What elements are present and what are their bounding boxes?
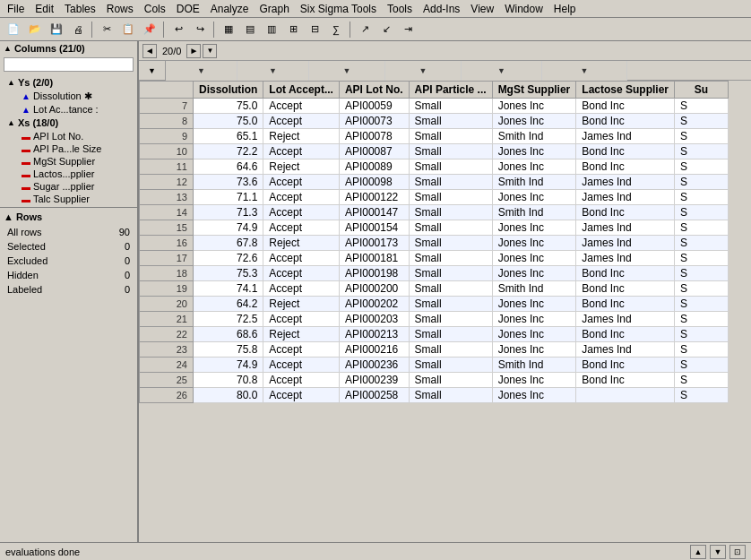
nav-next[interactable]: ► bbox=[186, 44, 201, 58]
table-cell[interactable]: Small bbox=[409, 220, 492, 236]
table-cell[interactable]: Jones Inc bbox=[492, 236, 576, 251]
col-header-api-particle[interactable]: API Particle ... bbox=[409, 82, 492, 99]
table-cell[interactable]: 22 bbox=[140, 327, 194, 342]
table-cell[interactable]: S bbox=[675, 312, 729, 327]
table-cell[interactable]: Small bbox=[409, 342, 492, 358]
table-cell[interactable]: 75.0 bbox=[194, 99, 263, 114]
table-cell[interactable]: Jones Inc bbox=[492, 342, 576, 358]
table-cell[interactable]: Jones Inc bbox=[492, 388, 576, 403]
table-cell[interactable]: Bond Inc bbox=[576, 114, 675, 129]
table-cell[interactable]: 75.0 bbox=[194, 114, 263, 129]
table-cell[interactable]: James Ind bbox=[576, 129, 675, 144]
menu-six-sigma[interactable]: Six Sigma Tools bbox=[295, 1, 382, 17]
table-cell[interactable]: Accept bbox=[263, 281, 340, 297]
table-cell[interactable]: 72.5 bbox=[194, 312, 263, 327]
table-cell[interactable]: 67.8 bbox=[194, 236, 263, 251]
table-cell[interactable]: 64.2 bbox=[194, 297, 263, 312]
table-cell[interactable]: 73.6 bbox=[194, 175, 263, 190]
table-cell[interactable]: Accept bbox=[263, 114, 340, 129]
filter-col-lot-accept[interactable]: ▼ bbox=[237, 61, 309, 81]
table-cell[interactable]: Jones Inc bbox=[492, 312, 576, 327]
ys-item-0[interactable]: ▲ Dissolution ✱ bbox=[0, 90, 137, 103]
xs-item-4[interactable]: ▬ Sugar ...pplier bbox=[0, 180, 137, 193]
table-cell[interactable]: Reject bbox=[263, 297, 340, 312]
table-cell[interactable]: Bond Inc bbox=[576, 358, 675, 373]
table-cell[interactable]: Small bbox=[409, 388, 492, 403]
table-cell[interactable]: 70.8 bbox=[194, 373, 263, 388]
table-cell[interactable]: Small bbox=[409, 114, 492, 129]
table-cell[interactable]: Bond Inc bbox=[576, 327, 675, 342]
menu-graph[interactable]: Graph bbox=[254, 1, 294, 17]
filter-col-api-lot[interactable]: ▼ bbox=[309, 61, 385, 81]
table-cell[interactable]: 75.3 bbox=[194, 266, 263, 281]
menu-edit[interactable]: Edit bbox=[30, 1, 59, 17]
toolbar-b3[interactable]: ▥ bbox=[262, 20, 281, 39]
menu-help[interactable]: Help bbox=[548, 1, 582, 17]
table-cell[interactable]: Small bbox=[409, 373, 492, 388]
rows-excluded[interactable]: Excluded 0 bbox=[5, 254, 132, 267]
toolbar-open[interactable]: 📂 bbox=[25, 20, 45, 39]
rows-all[interactable]: All rows 90 bbox=[5, 226, 132, 238]
table-cell[interactable]: Jones Inc bbox=[492, 373, 576, 388]
table-cell[interactable]: Small bbox=[409, 297, 492, 312]
table-cell[interactable]: 23 bbox=[140, 342, 194, 358]
table-cell[interactable]: 74.9 bbox=[194, 220, 263, 236]
table-cell[interactable]: API000122 bbox=[339, 190, 409, 205]
table-cell[interactable]: API000258 bbox=[339, 388, 409, 403]
table-cell[interactable]: Small bbox=[409, 159, 492, 175]
table-cell[interactable]: S bbox=[675, 297, 729, 312]
table-cell[interactable]: Reject bbox=[263, 327, 340, 342]
table-cell[interactable]: API000173 bbox=[339, 236, 409, 251]
table-cell[interactable]: S bbox=[675, 342, 729, 358]
table-cell[interactable]: 8 bbox=[140, 114, 194, 129]
table-cell[interactable]: API000239 bbox=[339, 373, 409, 388]
table-cell[interactable]: S bbox=[675, 373, 729, 388]
table-cell[interactable]: 71.3 bbox=[194, 205, 263, 220]
nav-dropdown[interactable]: ▼ bbox=[203, 44, 217, 58]
table-row[interactable]: 1667.8RejectAPI000173SmallJones IncJames… bbox=[140, 236, 729, 251]
table-cell[interactable] bbox=[576, 388, 675, 403]
table-cell[interactable]: Small bbox=[409, 175, 492, 190]
table-cell[interactable]: 7 bbox=[140, 99, 194, 114]
table-cell[interactable]: Bond Inc bbox=[576, 281, 675, 297]
table-cell[interactable]: Small bbox=[409, 358, 492, 373]
table-cell[interactable]: 26 bbox=[140, 388, 194, 403]
table-cell[interactable]: Accept bbox=[263, 251, 340, 266]
table-row[interactable]: 1471.3AcceptAPI000147SmallSmith IndBond … bbox=[140, 205, 729, 220]
table-row[interactable]: 1875.3AcceptAPI000198SmallJones IncBond … bbox=[140, 266, 729, 281]
table-cell[interactable]: 72.6 bbox=[194, 251, 263, 266]
table-cell[interactable]: Accept bbox=[263, 373, 340, 388]
table-cell[interactable]: Reject bbox=[263, 236, 340, 251]
table-cell[interactable]: Accept bbox=[263, 388, 340, 403]
table-cell[interactable]: Accept bbox=[263, 144, 340, 159]
rows-header[interactable]: ▲ Rows bbox=[4, 210, 134, 224]
xs-item-1[interactable]: ▬ API Pa...le Size bbox=[0, 142, 137, 155]
xs-item-2[interactable]: ▬ MgSt Supplier bbox=[0, 155, 137, 168]
table-cell[interactable]: Reject bbox=[263, 159, 340, 175]
toolbar-b5[interactable]: ⊟ bbox=[305, 20, 324, 39]
col-header-mgst[interactable]: MgSt Supplier bbox=[492, 82, 576, 99]
table-cell[interactable]: 10 bbox=[140, 144, 194, 159]
table-cell[interactable]: Accept bbox=[263, 175, 340, 190]
toolbar-b1[interactable]: ▦ bbox=[219, 20, 238, 39]
toolbar-redo[interactable]: ↪ bbox=[190, 20, 210, 39]
table-cell[interactable]: S bbox=[675, 159, 729, 175]
table-cell[interactable]: API000198 bbox=[339, 266, 409, 281]
table-cell[interactable]: 65.1 bbox=[194, 129, 263, 144]
table-cell[interactable]: API000236 bbox=[339, 358, 409, 373]
table-cell[interactable]: Small bbox=[409, 99, 492, 114]
table-row[interactable]: 2064.2RejectAPI000202SmallJones IncBond … bbox=[140, 297, 729, 312]
table-cell[interactable]: 68.6 bbox=[194, 327, 263, 342]
table-row[interactable]: 2474.9AcceptAPI000236SmallSmith IndBond … bbox=[140, 358, 729, 373]
table-row[interactable]: 1273.6AcceptAPI00098SmallSmith IndJames … bbox=[140, 175, 729, 190]
toolbar-b8[interactable]: ↙ bbox=[376, 20, 396, 39]
toolbar-b4[interactable]: ⊞ bbox=[283, 20, 303, 39]
table-row[interactable]: 1772.6AcceptAPI000181SmallJones IncJames… bbox=[140, 251, 729, 266]
statusbar-down[interactable]: ▼ bbox=[710, 545, 726, 559]
table-cell[interactable]: James Ind bbox=[576, 190, 675, 205]
table-cell[interactable]: 13 bbox=[140, 190, 194, 205]
table-cell[interactable]: S bbox=[675, 129, 729, 144]
ys-header[interactable]: ▲ Ys (2/0) bbox=[0, 75, 137, 90]
columns-search[interactable] bbox=[4, 57, 134, 72]
table-cell[interactable]: API00087 bbox=[339, 144, 409, 159]
